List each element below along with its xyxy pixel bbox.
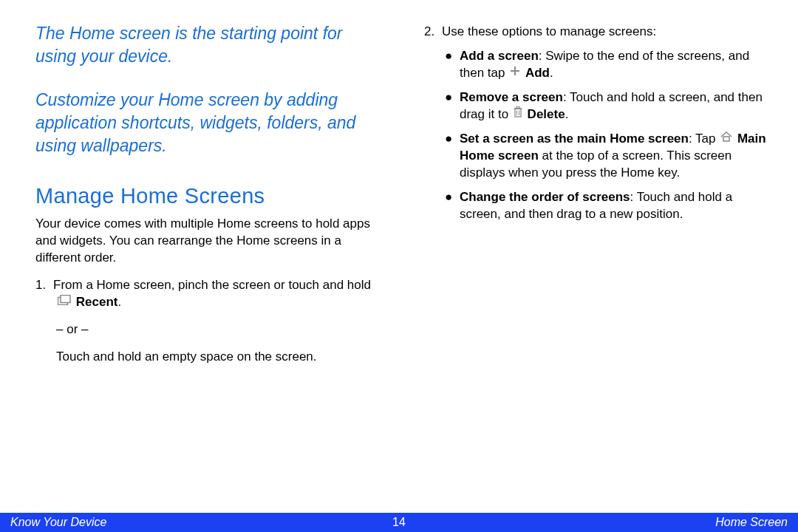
home-icon	[720, 130, 732, 147]
bullet-main-home: ● Set a screen as the main Home screen: …	[424, 131, 768, 182]
footer-left: Know Your Device	[10, 516, 392, 529]
body-paragraph: Your device comes with multiple Home scr…	[35, 216, 380, 267]
bullet-icon: ●	[445, 89, 452, 106]
step-1: 1.From a Home screen, pinch the screen o…	[35, 277, 380, 366]
section-heading: Manage Home Screens	[35, 184, 380, 208]
plus-icon	[510, 64, 520, 81]
bullet-icon: ●	[445, 189, 452, 206]
bullet-icon: ●	[445, 131, 452, 148]
step-2: 2.Use these options to manage screens:	[424, 24, 768, 41]
left-column: The Home screen is the starting point fo…	[35, 22, 380, 510]
step-number: 2.	[424, 24, 442, 41]
recent-icon	[58, 293, 71, 310]
bullet-add-screen: ● Add a screen: Swipe to the end of the …	[424, 48, 768, 82]
recent-label: Recent	[76, 295, 118, 309]
step-number: 1.	[35, 277, 53, 294]
page-footer: Know Your Device 14 Home Screen	[0, 513, 798, 532]
bullet-icon: ●	[445, 48, 452, 65]
step-1-alt: Touch and hold an empty space on the scr…	[56, 349, 380, 366]
right-column: 2.Use these options to manage screens: ●…	[424, 22, 768, 510]
intro-paragraph-1: The Home screen is the starting point fo…	[35, 22, 380, 68]
bullet-change-order: ● Change the order of screens: Touch and…	[424, 189, 768, 223]
footer-right: Home Screen	[406, 516, 788, 529]
svg-rect-1	[61, 296, 70, 303]
svg-rect-4	[515, 109, 521, 117]
trash-icon	[514, 106, 522, 123]
intro-paragraph-2: Customize your Home screen by adding app…	[35, 89, 380, 157]
footer-page-number: 14	[392, 516, 406, 529]
step-1-or: – or –	[56, 321, 380, 338]
bullet-remove-screen: ● Remove a screen: Touch and hold a scre…	[424, 89, 768, 123]
svg-rect-6	[516, 106, 519, 109]
svg-rect-9	[723, 137, 729, 141]
